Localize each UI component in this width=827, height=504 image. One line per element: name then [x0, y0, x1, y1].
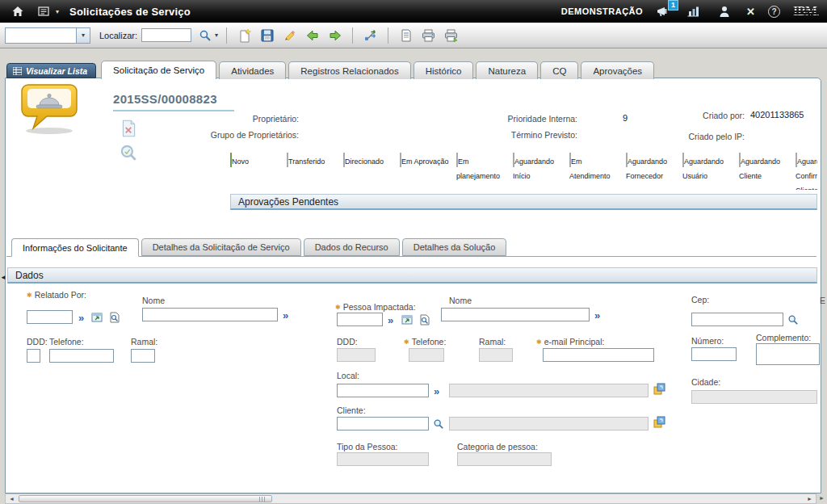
tab-natureza[interactable]: Natureza — [476, 61, 538, 79]
reports-icon[interactable] — [397, 26, 415, 45]
view-list-label: Visualizar Lista — [26, 66, 87, 76]
subtab-detalhes-da-solicitacao[interactable]: Detalhes da Solicitação de Serviço — [141, 238, 301, 256]
logout-icon[interactable]: ✕ — [746, 6, 755, 17]
save-icon[interactable] — [258, 26, 276, 45]
impacted-goto-icon[interactable] — [401, 313, 414, 330]
reported-by-goto-icon[interactable] — [90, 311, 103, 327]
reported-by-detail-menu-icon[interactable]: » — [78, 313, 84, 323]
clear-changes-icon[interactable] — [280, 26, 299, 45]
next-record-icon[interactable] — [325, 26, 344, 45]
view-list-tab[interactable]: Visualizar Lista — [6, 63, 96, 78]
search-options-caret-icon[interactable]: ▾ — [215, 32, 218, 39]
reported-phone-input[interactable] — [49, 349, 114, 363]
internal-priority-value: 9 — [623, 113, 628, 123]
impacted-detail-menu-icon[interactable]: » — [388, 315, 393, 326]
status-segment: Direcionado — [343, 153, 398, 190]
complemento-input[interactable] — [756, 343, 820, 365]
impacted-ddd-label: DDD: — [337, 337, 358, 346]
cliente-drilldown-icon[interactable] — [653, 415, 666, 432]
reported-by-label: Relatado Por: — [27, 290, 86, 300]
cep-select-value-icon[interactable] — [787, 314, 799, 329]
subtab-detalhes-da-solucao[interactable]: Detalhes da Solução — [402, 238, 507, 256]
reported-ramal-input[interactable] — [131, 349, 155, 363]
tab-cq[interactable]: CQ — [540, 61, 578, 79]
query-select-caret-icon[interactable]: ▾ — [76, 28, 90, 43]
cidade-label: Cidade: — [691, 377, 720, 387]
numero-input[interactable] — [691, 347, 737, 361]
service-request-icon — [16, 82, 82, 138]
chart-icon[interactable] — [683, 2, 702, 21]
toolbar-separator — [226, 27, 227, 44]
scroll-left-icon[interactable]: ◄ — [6, 495, 17, 502]
scrollbar-thumb[interactable] — [19, 495, 272, 502]
query-select[interactable]: ▾ — [5, 27, 90, 44]
scroll-right-icon[interactable]: ► — [804, 495, 815, 502]
reported-by-select-value-icon[interactable] — [108, 311, 121, 327]
collapse-panel-icon[interactable]: ◄ — [0, 274, 6, 281]
application-window: ▾ Solicitações de Serviço DEMONSTRAÇÃO 1… — [0, 0, 827, 504]
reported-by-input[interactable] — [27, 310, 73, 324]
help-icon[interactable]: ? — [768, 6, 780, 18]
bulletins-icon[interactable] — [34, 2, 52, 21]
impacted-name-detail-menu-icon[interactable]: » — [594, 310, 600, 321]
print-with-attachments-icon[interactable] — [442, 26, 460, 45]
created-ip-label: Criado pelo IP: — [664, 132, 745, 141]
impacted-name-input[interactable] — [441, 308, 590, 321]
tab-historico[interactable]: Histórico — [414, 61, 474, 79]
app-title: Solicitações de Serviço — [69, 6, 191, 18]
created-by-label: Criado por: — [664, 111, 745, 120]
impacted-phone-input[interactable] — [409, 348, 444, 362]
tab-registros-relacionados[interactable]: Registros Relacionados — [288, 61, 410, 79]
tab-solicitacao-de-servico[interactable]: Solicitação de Serviço — [101, 61, 216, 79]
numero-label: Número: — [691, 336, 724, 346]
search-icon[interactable] — [195, 26, 214, 45]
impacted-ramal-input[interactable] — [479, 348, 513, 362]
notification-badge: 1 — [668, 0, 678, 10]
print-icon[interactable] — [419, 26, 438, 45]
previous-record-icon[interactable] — [303, 26, 321, 45]
target-finish-label: Término Previsto: — [481, 130, 577, 140]
profile-icon[interactable] — [715, 2, 733, 21]
status-label: Transferido — [288, 158, 325, 166]
impacted-person-label: Pessoa Impactada: — [335, 302, 416, 312]
home-icon[interactable] — [8, 2, 27, 21]
impacted-ddd-input[interactable] — [337, 348, 376, 362]
status-label: Em planejamento — [456, 158, 500, 180]
cliente-select-value-icon[interactable] — [433, 418, 444, 433]
cep-input[interactable] — [691, 313, 783, 326]
impacted-name-label: Nome — [449, 296, 472, 305]
horizontal-scrollbar[interactable]: ◄ ► — [5, 494, 817, 504]
tab-atividades[interactable]: Atividades — [219, 61, 286, 79]
outer-scroll-right-icon[interactable]: ► — [819, 495, 825, 501]
local-drilldown-icon[interactable] — [653, 382, 666, 399]
sub-tab-strip: Informações do Solicitante Detalhes da S… — [11, 238, 506, 257]
cliente-label: Cliente: — [337, 405, 366, 415]
subtab-dados-do-recurso[interactable]: Dados do Recurso — [304, 238, 400, 256]
categoria-pessoa-field — [457, 452, 552, 466]
reported-name-input[interactable] — [142, 308, 278, 321]
cliente-input[interactable] — [337, 417, 429, 430]
announcements-button[interactable]: 1 — [656, 5, 670, 18]
impacted-person-input[interactable] — [337, 313, 383, 326]
bulletins-caret-icon[interactable]: ▾ — [56, 8, 59, 15]
tipo-pessoa-field — [337, 452, 429, 466]
tab-aprovacoes[interactable]: Aprovações — [581, 61, 654, 79]
dados-section-header: Dados — [7, 267, 817, 284]
list-icon — [13, 67, 22, 75]
reported-ddd-input[interactable] — [27, 349, 40, 363]
email-label: e-mail Principal: — [536, 337, 604, 346]
find-input[interactable] — [141, 28, 191, 42]
local-detail-menu-icon[interactable]: » — [434, 386, 439, 397]
status-label: Em Atendimento — [569, 158, 611, 180]
route-workflow-icon[interactable] — [361, 26, 380, 45]
new-record-icon[interactable] — [235, 26, 254, 45]
email-input[interactable] — [543, 348, 654, 362]
local-input[interactable] — [337, 384, 429, 397]
reported-name-detail-menu-icon[interactable]: » — [283, 310, 288, 321]
workflow-map-icon[interactable] — [119, 143, 138, 166]
impacted-select-value-icon[interactable] — [418, 313, 431, 330]
status-label: Novo — [232, 158, 249, 166]
owner-group-label: Grupo de Proprietários: — [178, 130, 299, 140]
stop-workflow-icon[interactable] — [119, 119, 138, 141]
subtab-informacoes-do-solicitante[interactable]: Informações do Solicitante — [11, 238, 139, 257]
